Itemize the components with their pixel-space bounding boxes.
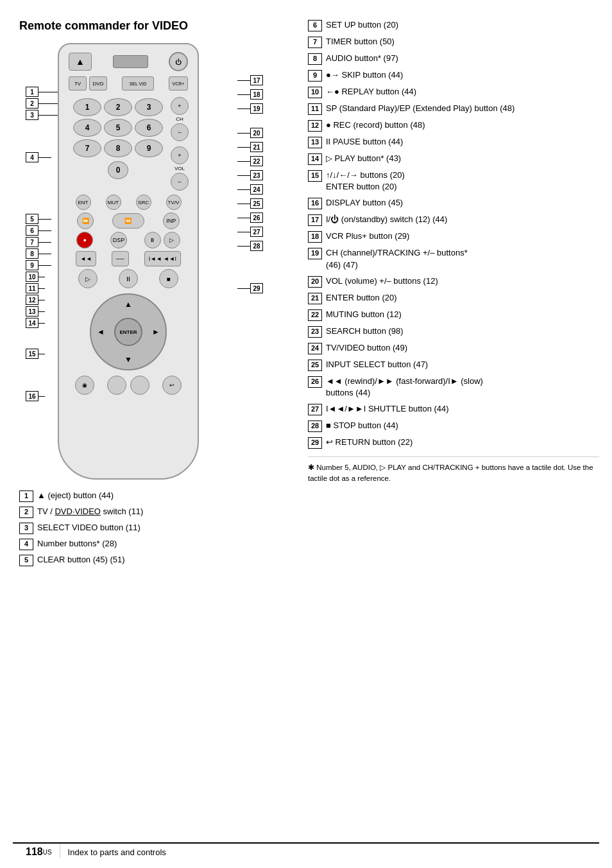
ff-btn[interactable]: ──: [112, 251, 129, 266]
legend-item-3: 3 SELECT VIDEO button (11): [19, 522, 295, 534]
rw-ff-row: ◄◄ ── I◄◄ ◄◄I: [68, 251, 189, 266]
dpad-right[interactable]: ►: [149, 326, 162, 338]
legend-num-10: 10: [308, 87, 322, 98]
legend-text-6: SET UP button (20): [326, 19, 398, 31]
pause-btn[interactable]: ⏸: [144, 232, 161, 248]
legend-num-19: 19: [308, 248, 322, 259]
input-select-btn[interactable]: INP: [163, 213, 180, 229]
left-callouts: 1 2 3 4 5: [26, 87, 58, 401]
remote-body: ▲ ⏻ TV DVD SEL VID VCR+: [58, 43, 199, 480]
left-column: Remote commander for VIDEO 1 2 3 4: [19, 19, 295, 570]
legend-num-26: 26: [308, 376, 322, 388]
bottom-row: ◉ ↩: [69, 376, 188, 395]
return-btn[interactable]: ↩: [162, 376, 182, 395]
rlabel-24: 24: [250, 184, 263, 195]
rec-btn[interactable]: ●: [76, 232, 93, 248]
legend-text-27: I◄◄/►►I SHUTTLE button (44): [326, 403, 449, 415]
label-15: 15: [26, 349, 38, 359]
legend-item-23: 23 SEARCH button (98): [308, 326, 599, 338]
display-btn-2[interactable]: ◉: [75, 376, 94, 395]
label-8: 8: [26, 248, 38, 259]
legend-text-12: ● REC (record) button (48): [326, 119, 425, 131]
skip-btn[interactable]: ⏩: [77, 213, 94, 229]
stop-btn[interactable]: ■: [159, 269, 178, 288]
right-column: 6 SET UP button (20) 7 TIMER button (50)…: [302, 19, 599, 570]
legend-item-14: 14 ▷ PLAY button* (43): [308, 153, 599, 165]
select-video-btn[interactable]: SEL VID: [122, 76, 154, 91]
rlabel-21: 21: [250, 142, 263, 152]
play-btn[interactable]: ▷: [164, 232, 180, 248]
num-2[interactable]: 2: [104, 98, 132, 116]
num-5[interactable]: 5: [104, 119, 132, 137]
footer-text: Index to parts and controls: [68, 847, 166, 857]
legend-item-29: 29 ↩ RETURN button (22): [308, 437, 599, 449]
tv-video-btn[interactable]: TV/V: [166, 195, 182, 210]
legend-item-17: 17 I/⏻ (on/standby) switch (12) (44): [308, 214, 599, 226]
legend-item-1: 1 ▲ (eject) button (44): [19, 490, 295, 502]
play-btn-2[interactable]: ▷: [78, 269, 98, 288]
rlabel-29: 29: [250, 283, 263, 293]
replay-btn[interactable]: ⏪: [112, 213, 144, 229]
pause-btn-2[interactable]: ⏸: [119, 269, 138, 288]
legend-item-6: 6 SET UP button (20): [308, 19, 599, 31]
legend-num-2: 2: [19, 507, 33, 518]
stop-row: ▷ ⏸ ■: [68, 269, 189, 288]
label-14: 14: [26, 318, 38, 328]
num-8[interactable]: 8: [104, 139, 132, 157]
legend-text-17: I/⏻ (on/standby) switch (12) (44): [326, 214, 447, 225]
label-3: 3: [26, 110, 38, 120]
dpad-down[interactable]: ▼: [122, 353, 135, 366]
dpad-enter[interactable]: ENTER: [114, 318, 142, 346]
num-0[interactable]: 0: [108, 161, 128, 179]
label-2: 2: [26, 98, 38, 108]
legend-num-28: 28: [308, 421, 322, 432]
ch-down[interactable]: –: [171, 123, 189, 141]
num-7[interactable]: 7: [73, 139, 101, 157]
rlabel-27: 27: [250, 227, 263, 237]
legend-text-28: ■ STOP button (44): [326, 420, 398, 431]
page-number: 118: [26, 846, 43, 858]
label-5: 5: [26, 214, 38, 224]
legend-text-25: INPUT SELECT button (47): [326, 359, 428, 370]
vcr-plus-btn[interactable]: VCR+: [169, 76, 188, 91]
muting-btn[interactable]: MUT: [106, 195, 121, 210]
ch-up[interactable]: +: [171, 97, 189, 115]
eject-button[interactable]: ▲: [69, 53, 92, 71]
power-button[interactable]: ⏻: [169, 52, 188, 71]
vol-up[interactable]: +: [171, 146, 189, 164]
remote-diagram: 1 2 3 4 5: [19, 43, 263, 480]
enter-btn-small[interactable]: ENT: [76, 195, 91, 210]
dpad-left[interactable]: ◄: [94, 326, 107, 338]
legend-item-8: 8 AUDIO button* (97): [308, 53, 599, 65]
legend-item-9: 9 ●→ SKIP button (44): [308, 69, 599, 82]
legend-text-1: ▲ (eject) button (44): [37, 490, 114, 501]
legend-text-9: ●→ SKIP button (44): [326, 69, 403, 81]
dpad-up[interactable]: ▲: [122, 298, 135, 311]
legend-text-8: AUDIO button* (97): [326, 53, 398, 64]
num-4[interactable]: 4: [73, 119, 101, 137]
shuttle-btn[interactable]: I◄◄ ◄◄I: [144, 251, 181, 266]
rlabel-28: 28: [250, 241, 263, 251]
label-9: 9: [26, 260, 38, 270]
label-6: 6: [26, 225, 38, 236]
legend-text-5: CLEAR button (45) (51): [37, 554, 125, 566]
label-4: 4: [26, 152, 38, 162]
num-3[interactable]: 3: [135, 98, 163, 116]
btn-circle-2[interactable]: [130, 376, 149, 395]
display-btn[interactable]: DSP: [110, 232, 127, 248]
legend-text-2: TV / DVD·VIDEO switch (11): [37, 506, 143, 517]
label-12: 12: [26, 295, 38, 305]
legend-num-27: 27: [308, 404, 322, 415]
rewind-btn[interactable]: ◄◄: [76, 251, 96, 266]
vol-down[interactable]: –: [171, 173, 189, 191]
legend-num-21: 21: [308, 293, 322, 304]
page-superscript: US: [43, 849, 52, 856]
btn-circle-1[interactable]: [107, 376, 126, 395]
search-btn[interactable]: SRC: [136, 195, 151, 210]
tv-btn[interactable]: TV: [69, 76, 87, 91]
num-6[interactable]: 6: [135, 119, 163, 137]
label-16: 16: [26, 391, 38, 401]
num-1[interactable]: 1: [73, 98, 101, 116]
num-9[interactable]: 9: [135, 139, 163, 157]
dvd-btn[interactable]: DVD: [89, 76, 107, 91]
